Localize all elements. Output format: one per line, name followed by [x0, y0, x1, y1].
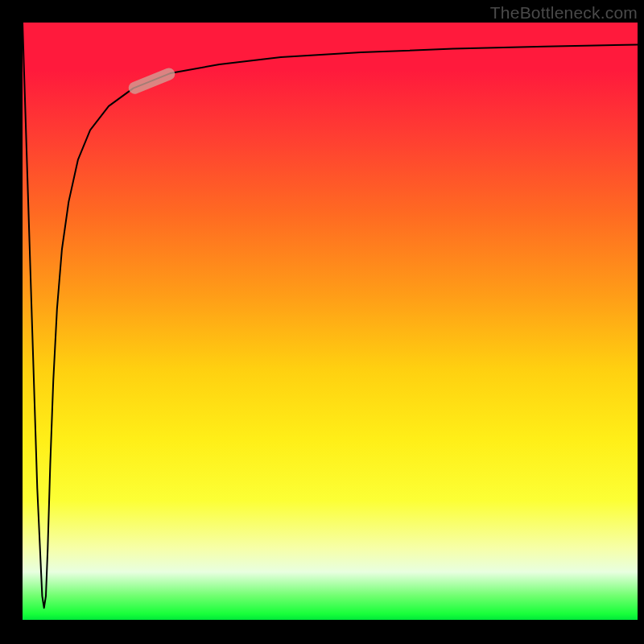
- bottleneck-curve: [23, 23, 638, 608]
- curve-svg: [23, 23, 638, 620]
- watermark-text: TheBottleneck.com: [490, 3, 638, 23]
- plot-area: [23, 23, 638, 620]
